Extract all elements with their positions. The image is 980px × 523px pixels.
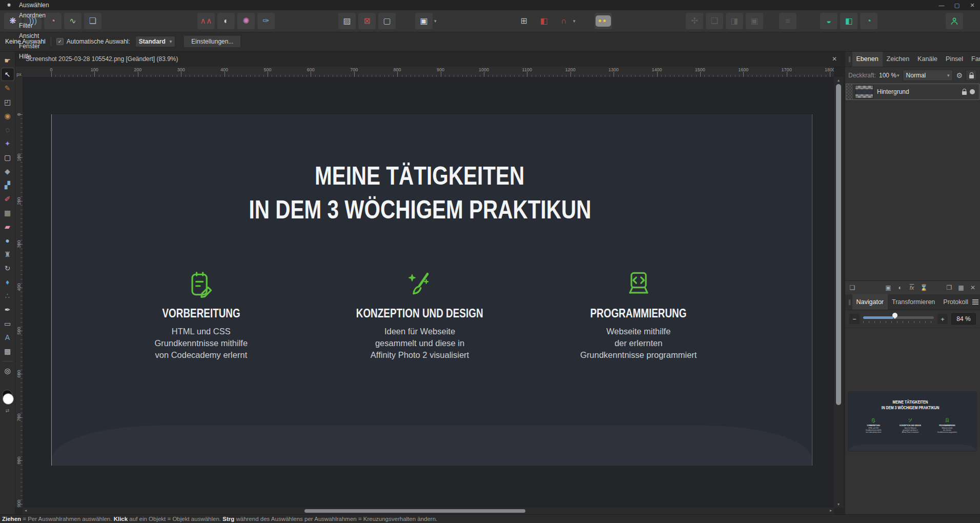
- gear-icon[interactable]: ⚙: [956, 71, 963, 79]
- blend-mode-dropdown[interactable]: Normal ▾: [903, 70, 953, 81]
- group-layers-icon[interactable]: ❐: [946, 284, 953, 291]
- minimize-button[interactable]: —: [934, 0, 949, 10]
- guides-icon[interactable]: ◧: [535, 13, 553, 29]
- navigator-preview[interactable]: MEINE TÄTIGKEITEN IN DEM 3 WÖCHIGEM PRAK…: [848, 392, 976, 451]
- live-filter-icon[interactable]: fx: [908, 285, 915, 291]
- scroll-right-icon[interactable]: ▸: [830, 508, 832, 513]
- auto-select-mode-dropdown[interactable]: Standard ▾: [135, 36, 176, 47]
- document-canvas[interactable]: MEINE TÄTIGKEITEN IN DEM 3 WÖCHIGEM PRAK…: [848, 392, 976, 451]
- magnet-icon[interactable]: ∩: [555, 13, 573, 29]
- vertical-scroll-thumb[interactable]: [836, 84, 841, 405]
- layer-list-empty[interactable]: [845, 100, 980, 280]
- close-document-icon[interactable]: ✕: [832, 55, 837, 63]
- chevron-down-icon[interactable]: ▾: [434, 18, 437, 24]
- scroll-up-icon[interactable]: ▴: [834, 78, 843, 83]
- mesh-warp-tool[interactable]: ▩: [2, 345, 14, 357]
- scroll-down-icon[interactable]: ▾: [834, 502, 843, 507]
- layer-visibility-toggle[interactable]: [970, 89, 975, 94]
- selection-intersect-icon[interactable]: ▢: [378, 13, 396, 29]
- menu-item[interactable]: Hilfe: [13, 51, 55, 62]
- vertical-scrollbar[interactable]: ▴ ▾: [834, 77, 843, 508]
- layer-drag-strip[interactable]: [846, 84, 853, 99]
- color-wheel-icon[interactable]: ✺: [237, 13, 255, 29]
- document-canvas[interactable]: MEINE TÄTIGKEITEN IN DEM 3 WÖCHIGEM PRAK…: [51, 114, 812, 466]
- zoom-slider[interactable]: [863, 314, 934, 324]
- panel-tab[interactable]: Farbe: [967, 51, 980, 67]
- panel-tab[interactable]: Kanäle: [913, 51, 942, 67]
- rectangle-tool[interactable]: ▭: [2, 317, 14, 330]
- insert-inside-icon[interactable]: ◒: [820, 13, 838, 29]
- smudge-tool[interactable]: ∴: [2, 290, 14, 302]
- panel-tab[interactable]: Pinsel: [942, 51, 967, 67]
- snapping-icon[interactable]: ▣: [415, 13, 433, 29]
- panel-tab[interactable]: Zeichen: [883, 51, 913, 67]
- blur-tool[interactable]: ♦: [2, 276, 14, 288]
- layer-name[interactable]: Hintergrund: [873, 88, 962, 95]
- text-tool[interactable]: A: [2, 331, 14, 344]
- menu-item[interactable]: Auswählen: [13, 0, 55, 10]
- zoom-tool[interactable]: ◎: [2, 365, 14, 377]
- view-tool[interactable]: ☛: [2, 54, 14, 67]
- insert-ontop-icon[interactable]: ◔: [860, 13, 877, 29]
- lock-layer-button[interactable]: [966, 70, 977, 81]
- zoom-out-button[interactable]: −: [849, 314, 860, 324]
- selection-brush-tool[interactable]: ◉: [2, 110, 14, 122]
- settings-button[interactable]: Einstellungen...: [183, 35, 241, 48]
- account-icon[interactable]: [946, 13, 963, 29]
- flood-fill-tool[interactable]: ◆: [2, 165, 14, 177]
- tone-mapping-persona-icon[interactable]: ∿: [64, 13, 81, 29]
- horizontal-ruler[interactable]: 0100200300400500600700800900100011001200…: [23, 67, 834, 77]
- retouch-icon[interactable]: ✑: [257, 13, 275, 29]
- panel-tab[interactable]: Transformieren: [888, 294, 939, 310]
- panel-tab[interactable]: Navigator: [852, 294, 888, 310]
- gradient-tool[interactable]: ▞: [2, 179, 14, 191]
- chevron-down-icon[interactable]: ▾: [573, 18, 576, 24]
- layer-thumbnail[interactable]: [855, 85, 873, 98]
- menu-item[interactable]: Anordnen: [13, 10, 55, 21]
- panel-tab[interactable]: Ebenen: [852, 51, 883, 67]
- freehand-selection-tool[interactable]: ◌: [2, 124, 14, 136]
- panel-tab[interactable]: Protokoll: [939, 294, 972, 310]
- selection-add-icon[interactable]: ▨: [338, 13, 356, 29]
- pen-tool[interactable]: ✒: [2, 304, 14, 316]
- color-swatches[interactable]: [2, 393, 13, 404]
- erase-tool[interactable]: ▰: [2, 220, 14, 233]
- swap-colors-icon[interactable]: ⇄: [6, 408, 10, 413]
- maximize-button[interactable]: ▢: [949, 0, 965, 10]
- foreground-color-swatch[interactable]: [3, 393, 14, 405]
- edit-all-layers-icon[interactable]: ❏: [849, 284, 856, 291]
- opacity-value[interactable]: 100 % ▾: [879, 72, 900, 79]
- crop-tool[interactable]: ◰: [2, 96, 14, 108]
- menu-item[interactable]: Fenster: [13, 41, 55, 51]
- grid-icon[interactable]: ⊞: [515, 13, 533, 29]
- horizontal-scrollbar[interactable]: ◂ ▸: [23, 508, 834, 514]
- assistant-robot-icon[interactable]: [595, 13, 612, 29]
- menu-item[interactable]: Filter: [13, 21, 55, 31]
- histogram-icon[interactable]: ∧∧: [197, 13, 215, 29]
- horizontal-scroll-thumb[interactable]: [304, 509, 525, 513]
- zoom-value[interactable]: 84 %: [951, 313, 976, 325]
- paint-brush-tool[interactable]: ✐: [2, 193, 14, 205]
- dodge-tool[interactable]: ●: [2, 234, 14, 247]
- move-tool[interactable]: ↖: [2, 68, 14, 81]
- panel-menu-icon[interactable]: [972, 301, 978, 303]
- menu-item[interactable]: Ansicht: [13, 31, 55, 41]
- panel-drag-handle[interactable]: ∥: [848, 299, 851, 306]
- adjustment-icon[interactable]: ◐: [896, 284, 904, 291]
- vertical-ruler[interactable]: 0100200300400500600700800900: [15, 77, 23, 508]
- selection-subtract-icon[interactable]: ⊠: [358, 13, 376, 29]
- export-persona-icon[interactable]: ❏: [84, 13, 101, 29]
- undo-brush-tool[interactable]: ↻: [2, 262, 14, 274]
- close-button[interactable]: ✕: [965, 0, 980, 10]
- canvas-viewport[interactable]: MEINE TÄTIGKEITEN IN DEM 3 WÖCHIGEM PRAK…: [23, 77, 834, 508]
- marquee-tool[interactable]: ▢: [2, 151, 14, 164]
- panel-drag-handle[interactable]: ∥: [848, 56, 851, 63]
- clone-stamp-tool[interactable]: ♜: [2, 248, 14, 260]
- mask-layer-icon[interactable]: ▣: [885, 284, 892, 291]
- insert-behind-icon[interactable]: ◧: [840, 13, 858, 29]
- color-picker-tool[interactable]: ✎: [2, 82, 14, 94]
- pixel-tool[interactable]: ▦: [2, 207, 14, 219]
- zoom-in-button[interactable]: +: [937, 314, 948, 324]
- scroll-left-icon[interactable]: ◂: [25, 508, 27, 513]
- blend-ranges-icon[interactable]: ▦: [957, 284, 965, 291]
